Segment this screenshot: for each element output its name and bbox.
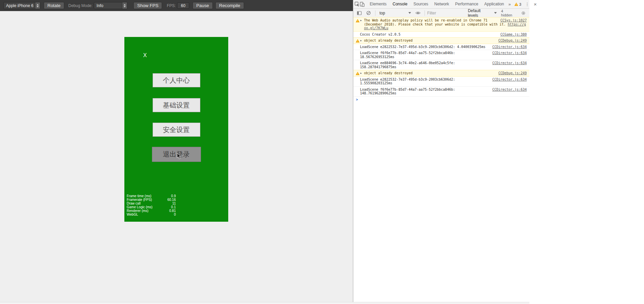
javascript-context-select[interactable]: top <box>378 10 413 16</box>
profiler-label: Framerate (FPS) <box>127 198 152 202</box>
device-toolbar-icon[interactable] <box>360 0 365 8</box>
console-prompt[interactable]: > <box>353 97 529 103</box>
expand-triangle-icon[interactable]: ▶ <box>360 19 362 23</box>
console-message: ▶CCDebug.js:249object already destroyed <box>353 37 529 44</box>
source-link[interactable]: CCDirector.js:634 <box>492 78 527 82</box>
devtools-close-icon[interactable]: × <box>532 1 539 7</box>
console-message-text: CCDirector.js:634LoadScene e2822532-7e37… <box>360 45 527 49</box>
warning-icon <box>356 39 360 43</box>
source-link[interactable]: CCDebug.js:249 <box>498 39 527 43</box>
game-menu-button[interactable]: 退出登录 <box>152 147 201 162</box>
profiler-value: 60.16 <box>167 198 176 202</box>
game-menu-button[interactable]: 安全设置 <box>153 123 200 137</box>
log-levels-select[interactable]: Default levels <box>466 10 498 16</box>
tab-network[interactable]: Network <box>431 0 452 9</box>
simulator-pane: Apple iPhone 6 Rotate Debug Mode: Info S… <box>0 0 353 304</box>
profiler-value: 0 <box>174 213 176 216</box>
profiler-row: Framerate (FPS)60.16 <box>127 198 176 202</box>
tab-console[interactable]: Console <box>390 0 410 9</box>
simulator-toolbar: Apple iPhone 6 Rotate Debug Mode: Info S… <box>0 0 353 11</box>
live-expression-eye-icon[interactable] <box>414 9 422 17</box>
hidden-messages-count: 4 hidden <box>501 9 515 17</box>
source-link[interactable]: CCDebug.js:249 <box>498 71 527 75</box>
devtools-tab-strip: ElementsConsoleSourcesNetworkPerformance… <box>367 0 507 9</box>
console-messages: ▶CCSys.js:1027The Web Audio autoplay pol… <box>353 17 529 97</box>
console-message-text: CCDebug.js:249object already destroyed <box>364 71 527 75</box>
warning-icon <box>356 19 360 23</box>
show-fps-button[interactable]: Show FPS <box>133 2 162 9</box>
mouse-cursor-icon <box>177 153 182 160</box>
console-message-text: CCDirector.js:634LoadScene f6f6e77b-85d7… <box>360 88 527 95</box>
pause-button[interactable]: Pause <box>193 2 213 9</box>
console-message-text: CCGame.js:380Cocos Creator v2.0.5 <box>360 33 527 37</box>
message-url-link[interactable]: https://goo.gl/7K7WLu <box>364 23 526 30</box>
source-link[interactable]: CCDirector.js:634 <box>492 88 527 92</box>
clear-console-icon[interactable] <box>365 9 373 17</box>
divider <box>375 10 375 16</box>
prompt-chevron-icon: > <box>356 98 358 101</box>
warning-icon <box>356 72 360 75</box>
console-message: CCDirector.js:634LoadScene e2822532-7e37… <box>353 44 529 50</box>
select-stepper-icon <box>35 2 40 9</box>
tab-elements[interactable]: Elements <box>367 0 390 9</box>
source-link[interactable]: CCGame.js:380 <box>500 33 527 37</box>
warning-icon <box>514 2 518 6</box>
fps-input[interactable] <box>177 2 189 9</box>
game-menu-button[interactable]: 基础设置 <box>153 98 200 112</box>
recompile-button[interactable]: Recompile <box>215 2 244 9</box>
console-message-text: CCSys.js:1027The Web Audio autoplay poli… <box>364 18 527 30</box>
tab-sources[interactable]: Sources <box>410 0 431 9</box>
expand-triangle-icon[interactable]: ▶ <box>360 39 362 43</box>
inspect-element-icon[interactable] <box>355 0 360 8</box>
horizontal-scrollbar[interactable] <box>0 302 529 304</box>
chevron-down-icon <box>494 12 497 14</box>
source-link[interactable]: CCDirector.js:634 <box>492 45 527 49</box>
warning-count: 3 <box>519 2 521 6</box>
game-close-button[interactable]: X <box>143 52 147 58</box>
console-message: CCGame.js:380Cocos Creator v2.0.5 <box>353 32 529 38</box>
console-sidebar-icon[interactable] <box>355 9 363 17</box>
log-levels-value: Default levels <box>468 8 492 18</box>
tabbar-right-controls: » 3 ⋮ × <box>507 1 539 7</box>
more-tabs-icon[interactable]: » <box>507 2 512 7</box>
profiler-row: Game Logic (ms)0.1 <box>127 205 176 209</box>
source-link[interactable]: CCDirector.js:634 <box>492 51 527 55</box>
expand-triangle-icon[interactable]: ▶ <box>360 72 362 76</box>
game-canvas: X 个人中心基础设置安全设置退出登录 Frame time (ms)0.9Fra… <box>124 37 228 222</box>
profiler-row: Draw call11 <box>127 202 176 205</box>
select-stepper-icon <box>122 2 127 9</box>
console-settings-gear-icon[interactable] <box>519 9 527 17</box>
console-message-text: CCDebug.js:249object already destroyed <box>364 39 527 43</box>
devtools-panel: ElementsConsoleSourcesNetworkPerformance… <box>353 0 529 304</box>
profiler-panel: Frame time (ms)0.9Framerate (FPS)60.16Dr… <box>127 194 176 216</box>
profiler-value: 11 <box>172 202 176 205</box>
console-message-text: CCDirector.js:634LoadScene ee884696-3c74… <box>360 61 527 69</box>
profiler-value: 0.81 <box>169 209 176 213</box>
profiler-label: Game Logic (ms) <box>127 205 153 209</box>
profiler-row: Frame time (ms)0.9 <box>127 194 176 198</box>
console-message-text: CCDirector.js:634LoadScene e2822532-7e37… <box>360 78 527 85</box>
source-link[interactable]: CCDirector.js:634 <box>492 61 527 65</box>
console-message: ▶CCDebug.js:249object already destroyed <box>353 70 529 77</box>
profiler-value: 0.9 <box>171 194 176 198</box>
debug-mode-select-value: Info <box>96 3 120 8</box>
devtools-menu-icon[interactable]: ⋮ <box>523 2 531 7</box>
tab-performance[interactable]: Performance <box>452 0 481 9</box>
console-message: CCDirector.js:634LoadScene f6f6e77b-85d7… <box>353 50 529 60</box>
rotate-button[interactable]: Rotate <box>44 2 64 9</box>
context-select-value: top <box>379 11 385 15</box>
device-select-value: Apple iPhone 6 <box>6 3 33 8</box>
debug-mode-select[interactable]: Info <box>94 2 127 9</box>
filter-input[interactable] <box>427 10 465 16</box>
browser-window: Apple iPhone 6 Rotate Debug Mode: Info S… <box>0 0 529 304</box>
chevron-down-icon <box>408 12 411 14</box>
fps-label: FPS: <box>167 3 176 8</box>
console-message: CCDirector.js:634LoadScene e2822532-7e37… <box>353 77 529 87</box>
source-link[interactable]: CCSys.js:1027 <box>500 18 527 23</box>
warning-count-badge[interactable]: 3 <box>513 2 523 6</box>
game-menu-button[interactable]: 个人中心 <box>153 73 200 87</box>
tab-application[interactable]: Application <box>481 0 507 9</box>
device-select[interactable]: Apple iPhone 6 <box>3 2 40 9</box>
profiler-label: Draw call <box>127 202 140 205</box>
console-message: CCDirector.js:634LoadScene ee884696-3c74… <box>353 60 529 70</box>
